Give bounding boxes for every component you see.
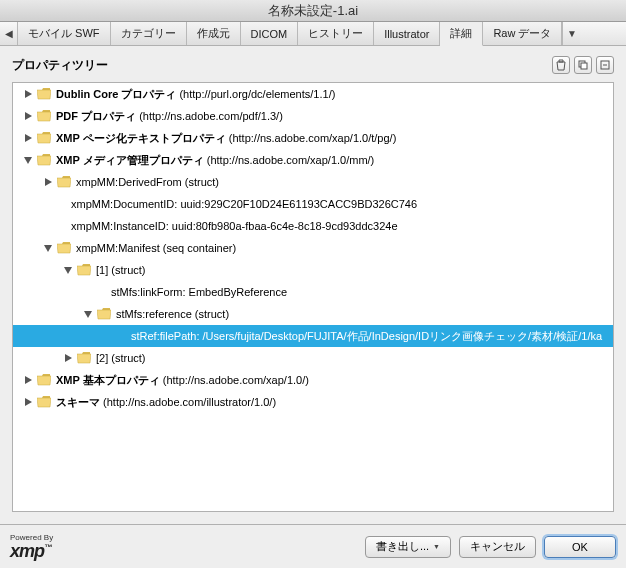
tree-row[interactable]: Dublin Core プロパティ (http://purl.org/dc/el… [13,83,613,105]
tab-1[interactable]: カテゴリー [111,22,187,45]
footer: Powered By xmp™ 書き出し...▼ キャンセル OK [0,524,626,568]
folder-icon [37,374,51,386]
folder-icon [37,396,51,408]
tree-row[interactable]: PDF プロパティ (http://ns.adobe.com/pdf/1.3/) [13,105,613,127]
disclosure-closed-icon[interactable] [23,89,33,99]
spacer [43,199,53,209]
tree-row[interactable]: xmpMM:DerivedFrom (struct) [13,171,613,193]
disclosure-closed-icon[interactable] [63,353,73,363]
folder-icon [77,264,91,276]
disclosure-open-icon[interactable] [43,243,53,253]
tab-label: Illustrator [384,28,429,40]
section-title: プロパティツリー [12,57,552,74]
property-tree[interactable]: Dublin Core プロパティ (http://purl.org/dc/el… [12,82,614,512]
tree-row-label: スキーマ (http://ns.adobe.com/illustrator/1.… [56,395,276,410]
expand-all-button[interactable] [574,56,592,74]
tab-label: Raw データ [493,26,551,41]
tree-row-label: PDF プロパティ (http://ns.adobe.com/pdf/1.3/) [56,109,283,124]
disclosure-closed-icon[interactable] [23,375,33,385]
tab-2[interactable]: 作成元 [187,22,241,45]
folder-icon [37,154,51,166]
tab-6[interactable]: 詳細 [440,22,483,46]
tab-label: カテゴリー [121,26,176,41]
tab-label: 作成元 [197,26,230,41]
tree-row-label: Dublin Core プロパティ (http://purl.org/dc/el… [56,87,335,102]
tree-row[interactable]: スキーマ (http://ns.adobe.com/illustrator/1.… [13,391,613,413]
tab-label: モバイル SWF [28,26,100,41]
disclosure-open-icon[interactable] [63,265,73,275]
tree-row[interactable]: [1] (struct) [13,259,613,281]
disclosure-closed-icon[interactable] [43,177,53,187]
tree-row[interactable]: xmpMM:DocumentID: uuid:929C20F10D24E6119… [13,193,613,215]
tab-7[interactable]: Raw データ [483,22,562,45]
tab-label: 詳細 [450,26,472,41]
window-title: 名称未設定-1.ai [0,0,626,22]
tree-row[interactable]: [2] (struct) [13,347,613,369]
body-panel: プロパティツリー Dublin Core プロパティ (http://purl.… [0,46,626,524]
tab-label: ヒストリー [308,26,363,41]
tree-row-label: xmpMM:Manifest (seq container) [76,242,236,254]
tree-row-label: stRef:filePath: /Users/fujita/Desktop/FU… [131,329,602,344]
tree-row[interactable]: stMfs:linkForm: EmbedByReference [13,281,613,303]
tree-row-label: xmpMM:DerivedFrom (struct) [76,176,219,188]
tree-row-label: xmpMM:DocumentID: uuid:929C20F10D24E6119… [71,198,417,210]
tab-5[interactable]: Illustrator [374,22,440,45]
tab-label: DICOM [251,28,288,40]
tree-row[interactable]: xmpMM:InstanceID: uuid:80fb980a-fbaa-6c4… [13,215,613,237]
tree-row[interactable]: XMP ページ化テキストプロパティ (http://ns.adobe.com/x… [13,127,613,149]
tab-3[interactable]: DICOM [241,22,299,45]
disclosure-open-icon[interactable] [83,309,93,319]
tree-row-label: XMP メディア管理プロパティ (http://ns.adobe.com/xap… [56,153,374,168]
tree-row[interactable]: xmpMM:Manifest (seq container) [13,237,613,259]
tree-row-label: [1] (struct) [96,264,146,276]
tree-row[interactable]: XMP 基本プロパティ (http://ns.adobe.com/xap/1.0… [13,369,613,391]
tab-scroll-left[interactable]: ◀ [0,22,18,45]
disclosure-open-icon[interactable] [23,155,33,165]
tree-row-label: xmpMM:InstanceID: uuid:80fb980a-fbaa-6c4… [71,220,398,232]
folder-icon [97,308,111,320]
tree-row-label: [2] (struct) [96,352,146,364]
tree-row-label: XMP ページ化テキストプロパティ (http://ns.adobe.com/x… [56,131,396,146]
disclosure-closed-icon[interactable] [23,133,33,143]
spacer [103,331,113,341]
ok-button[interactable]: OK [544,536,616,558]
folder-icon [57,242,71,254]
folder-icon [37,132,51,144]
folder-icon [57,176,71,188]
tabbar: ◀ モバイル SWFカテゴリー作成元DICOMヒストリーIllustrator詳… [0,22,626,46]
powered-by-xmp: Powered By xmp™ [10,534,357,560]
spacer [83,287,93,297]
svg-rect-1 [581,63,587,69]
tree-row-label: XMP 基本プロパティ (http://ns.adobe.com/xap/1.0… [56,373,309,388]
folder-icon [77,352,91,364]
delete-property-button[interactable] [552,56,570,74]
cancel-button[interactable]: キャンセル [459,536,536,558]
folder-icon [37,110,51,122]
tree-row-selected[interactable]: stRef:filePath: /Users/fujita/Desktop/FU… [13,325,613,347]
tab-scroll-right[interactable]: ▼ [562,22,580,45]
disclosure-closed-icon[interactable] [23,111,33,121]
tree-row-label: stMfs:reference (struct) [116,308,229,320]
tab-0[interactable]: モバイル SWF [18,22,111,45]
tree-row-label: stMfs:linkForm: EmbedByReference [111,286,287,298]
collapse-all-button[interactable] [596,56,614,74]
tab-4[interactable]: ヒストリー [298,22,374,45]
export-button[interactable]: 書き出し...▼ [365,536,451,558]
disclosure-closed-icon[interactable] [23,397,33,407]
spacer [43,221,53,231]
tree-row[interactable]: XMP メディア管理プロパティ (http://ns.adobe.com/xap… [13,149,613,171]
tree-row[interactable]: stMfs:reference (struct) [13,303,613,325]
folder-icon [37,88,51,100]
